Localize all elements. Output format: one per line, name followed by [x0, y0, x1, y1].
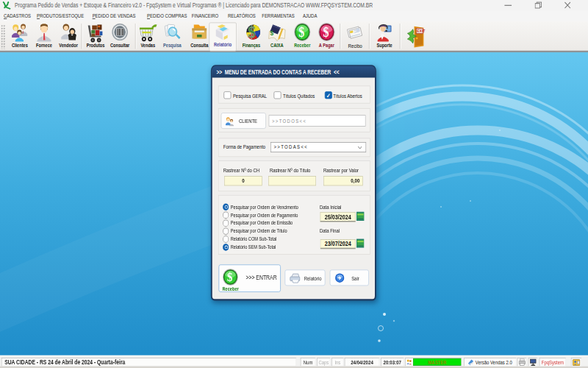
svg-text:$: $	[298, 25, 304, 40]
svg-text:EXIT: EXIT	[417, 29, 426, 33]
svg-text:$: $	[248, 23, 256, 41]
svg-text:$: $	[323, 25, 329, 40]
svg-text:$: $	[270, 29, 274, 36]
svg-text:$: $	[227, 270, 233, 283]
